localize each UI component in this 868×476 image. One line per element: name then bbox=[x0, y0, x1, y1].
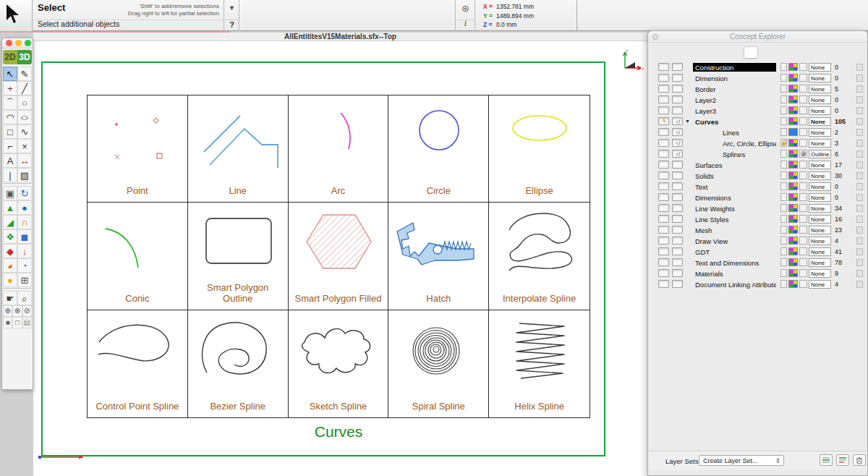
close-traffic-light[interactable] bbox=[6, 40, 12, 46]
layer-color-chip[interactable] bbox=[788, 95, 798, 103]
layer-announce-checkbox[interactable] bbox=[672, 63, 683, 71]
layer-announce-checkbox[interactable] bbox=[672, 182, 683, 190]
layer-lock-cell[interactable] bbox=[780, 237, 787, 245]
layer-announce-checkbox[interactable] bbox=[672, 128, 683, 136]
render-style-dropdown[interactable]: None bbox=[809, 258, 831, 267]
box-tool[interactable]: ◼ bbox=[17, 229, 32, 244]
layer-lock-cell[interactable] bbox=[780, 150, 787, 158]
sphere-tool[interactable]: ● bbox=[17, 200, 32, 215]
layer-edit-checkbox[interactable] bbox=[658, 161, 669, 169]
spline-tool[interactable]: ∿ bbox=[17, 124, 32, 139]
layer-name[interactable]: Lines bbox=[720, 128, 776, 137]
layer-lock-cell[interactable] bbox=[780, 193, 787, 201]
layer-material-cell[interactable] bbox=[799, 247, 807, 255]
render-style-dropdown[interactable]: None bbox=[809, 106, 831, 115]
row-end-box[interactable] bbox=[856, 107, 863, 114]
layer-name[interactable]: Draw View bbox=[693, 237, 776, 245]
layer-name[interactable]: Text and Dimensions bbox=[693, 258, 776, 267]
layer-announce-checkbox[interactable] bbox=[672, 237, 683, 245]
layer-color-chip[interactable] bbox=[788, 74, 798, 82]
zoom-traffic-light[interactable] bbox=[25, 40, 31, 46]
layer-color-chip[interactable] bbox=[788, 237, 798, 245]
layer-color-chip[interactable] bbox=[788, 85, 798, 93]
arch-tool[interactable]: ∩ bbox=[17, 215, 32, 229]
layer-edit-checkbox[interactable] bbox=[658, 117, 669, 125]
material-sphere-tool[interactable]: ● bbox=[3, 273, 17, 287]
layer-announce-checkbox[interactable] bbox=[672, 95, 683, 103]
gear-icon[interactable]: ⊛ bbox=[456, 3, 475, 14]
layer-lock-cell[interactable] bbox=[780, 85, 787, 93]
layer-announce-checkbox[interactable] bbox=[672, 139, 683, 147]
row-end-box[interactable] bbox=[856, 216, 863, 223]
render-style-dropdown[interactable]: None bbox=[809, 280, 831, 289]
layer-material-cell[interactable] bbox=[799, 85, 807, 93]
push-pull-tool[interactable]: ↓ bbox=[17, 244, 32, 258]
layer-edit-checkbox[interactable] bbox=[658, 85, 669, 93]
layer-color-chip[interactable] bbox=[788, 161, 798, 169]
shaded-cube-view-tool[interactable]: ■ bbox=[3, 317, 12, 328]
row-end-box[interactable] bbox=[856, 75, 863, 82]
layer-material-cell[interactable] bbox=[799, 237, 807, 245]
layer-color-chip[interactable] bbox=[788, 182, 798, 190]
extrude-cone-tool[interactable]: ▲ bbox=[3, 200, 17, 215]
layer-name[interactable]: Splines bbox=[720, 150, 776, 158]
viewports-tool[interactable]: ⊞ bbox=[17, 273, 32, 287]
layer-announce-checkbox[interactable] bbox=[672, 226, 683, 234]
layer-material-cell[interactable] bbox=[799, 106, 807, 114]
layer-material-cell[interactable] bbox=[799, 258, 807, 266]
polyline-tool[interactable]: ⌐ bbox=[3, 139, 17, 153]
layer-name[interactable]: Line Weights bbox=[693, 204, 776, 213]
layer-name[interactable]: GDT bbox=[693, 247, 776, 256]
layer-lock-cell[interactable] bbox=[780, 258, 787, 266]
render-style-dropdown[interactable]: None bbox=[809, 215, 831, 224]
row-end-box[interactable] bbox=[856, 64, 863, 71]
pan-hand-tool[interactable]: ☛ bbox=[3, 291, 17, 305]
drawing-canvas[interactable]: z x Point Line bbox=[33, 41, 647, 476]
rectangle-tool[interactable]: □ bbox=[3, 124, 17, 139]
layer-announce-checkbox[interactable] bbox=[672, 215, 683, 223]
hidden-line-cube-view-tool[interactable]: ▤ bbox=[22, 317, 32, 328]
row-end-box[interactable] bbox=[856, 237, 863, 245]
render-style-dropdown[interactable]: Outline bbox=[809, 150, 831, 158]
layer-color-chip[interactable] bbox=[788, 117, 798, 125]
layer-lock-cell[interactable] bbox=[780, 226, 787, 234]
layer-edit-checkbox[interactable] bbox=[658, 204, 669, 212]
hatch-tool[interactable]: ▨ bbox=[17, 168, 32, 182]
layer-name[interactable]: Dimension bbox=[693, 74, 776, 82]
layer-edit-checkbox[interactable] bbox=[658, 139, 669, 147]
text-tool[interactable]: A bbox=[3, 153, 17, 168]
point-tool[interactable]: + bbox=[3, 81, 17, 95]
layer-announce-checkbox[interactable] bbox=[672, 161, 683, 169]
row-end-box[interactable] bbox=[856, 205, 863, 212]
layer-set-dropdown[interactable]: Create Layer Set... bbox=[699, 455, 784, 466]
layer-announce-checkbox[interactable] bbox=[672, 193, 683, 201]
row-end-box[interactable] bbox=[856, 194, 863, 201]
layer-material-cell[interactable] bbox=[799, 193, 807, 201]
layer-material-cell[interactable] bbox=[799, 63, 807, 71]
layer-color-chip[interactable] bbox=[788, 193, 798, 201]
layer-edit-checkbox[interactable] bbox=[658, 258, 669, 266]
layer-announce-checkbox[interactable] bbox=[672, 171, 683, 179]
sweep-tool[interactable]: ◢ bbox=[3, 215, 17, 229]
layer-lock-cell[interactable] bbox=[780, 171, 787, 179]
layer-material-cell[interactable] bbox=[799, 95, 807, 103]
render-style-dropdown[interactable]: None bbox=[809, 95, 831, 104]
render-style-dropdown[interactable]: None bbox=[809, 237, 831, 245]
layer-material-cell[interactable] bbox=[799, 280, 807, 288]
wireframe-cube-view-tool[interactable]: □ bbox=[12, 317, 22, 328]
layer-name[interactable]: Layer3 bbox=[693, 106, 776, 115]
layer-name[interactable]: Layer2 bbox=[693, 95, 776, 104]
render-style-dropdown[interactable]: None bbox=[809, 85, 831, 93]
layer-edit-checkbox[interactable] bbox=[658, 280, 669, 288]
circle-tool[interactable]: ○ bbox=[17, 95, 32, 110]
render-style-dropdown[interactable]: None bbox=[809, 193, 831, 202]
explorer-titlebar[interactable]: Concept Explorer bbox=[648, 31, 867, 43]
render-style-dropdown[interactable]: None bbox=[809, 171, 831, 180]
view-iso-top-tool[interactable]: ⊘ bbox=[22, 305, 32, 317]
render-style-dropdown[interactable]: None bbox=[809, 117, 831, 126]
add-layer-set-button[interactable] bbox=[820, 454, 833, 466]
layer-material-cell[interactable] bbox=[799, 161, 807, 169]
layer-edit-checkbox[interactable] bbox=[658, 74, 669, 82]
layer-material-cell[interactable] bbox=[799, 74, 807, 82]
rotate-tool[interactable]: ↻ bbox=[17, 186, 32, 200]
